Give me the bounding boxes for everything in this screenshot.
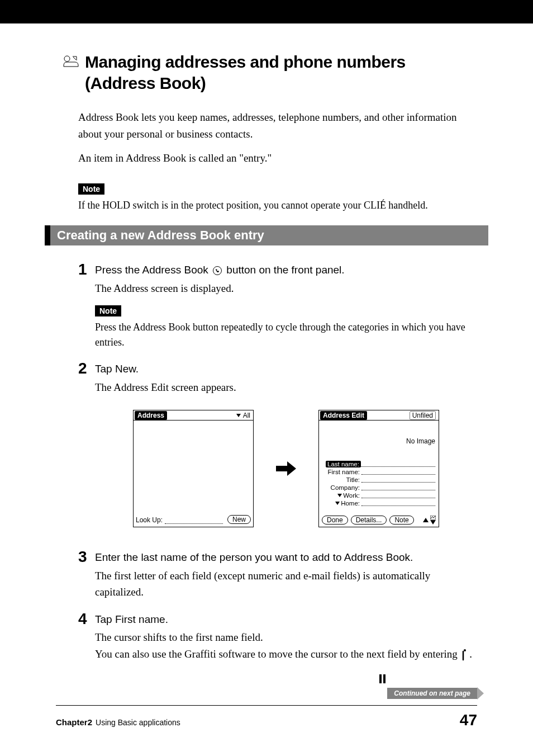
- done-button[interactable]: Done: [322, 516, 348, 525]
- work-input[interactable]: [361, 493, 435, 498]
- step-1-title-pre: Press the Address Book: [95, 264, 211, 276]
- step-1-note-label: Note: [95, 305, 121, 316]
- edit-category[interactable]: Unfiled: [410, 411, 436, 420]
- graffiti-next-field-icon: [460, 648, 470, 660]
- lookup-row: Look Up: New: [136, 515, 251, 524]
- arrow-right-icon: [276, 461, 296, 476]
- step-4: 4 Tap First name. The cursor shifts to t…: [78, 612, 477, 662]
- noimage-label: No Image: [406, 437, 435, 445]
- step-1-desc: The Address screen is displayed.: [95, 280, 477, 296]
- step-3-title: Enter the last name of the person you wa…: [95, 550, 477, 565]
- address-book-title-icon: [63, 53, 79, 67]
- footer-chapter: Chapter2: [56, 717, 92, 727]
- step-1-title: Press the Address Book button on the fro…: [95, 262, 477, 278]
- address-category[interactable]: All: [243, 412, 250, 419]
- intro-p2: An item in Address Book is called an "en…: [78, 150, 477, 167]
- firstname-input[interactable]: [361, 469, 435, 475]
- address-screen-title: Address: [135, 411, 167, 420]
- picture-icon[interactable]: [430, 516, 436, 519]
- note-text: If the HOLD switch is in the protect pos…: [78, 198, 477, 213]
- work-label[interactable]: Work:: [322, 492, 361, 499]
- lastname-label[interactable]: Last name:: [326, 461, 361, 467]
- step-num-1: 1: [78, 262, 95, 350]
- continued-arrow-icon: [477, 687, 484, 700]
- continued-bar2: [383, 674, 386, 683]
- page-footer: Chapter2 Using Basic applications 47: [56, 705, 477, 729]
- step-num-2: 2: [78, 361, 95, 538]
- address-edit-header: Address Edit Unfiled: [319, 410, 439, 420]
- address-screen-header: Address All: [134, 410, 253, 420]
- svg-point-2: [464, 649, 466, 651]
- lookup-label: Look Up:: [136, 516, 163, 524]
- section-heading: Creating a new Address Book entry: [45, 225, 488, 245]
- title-label[interactable]: Title:: [322, 476, 361, 483]
- company-input[interactable]: [361, 485, 435, 490]
- home-label[interactable]: Home:: [322, 500, 361, 507]
- details-button[interactable]: Details...: [351, 516, 387, 525]
- note-button[interactable]: Note: [389, 516, 413, 525]
- svg-point-0: [64, 56, 70, 62]
- step-4-desc2: You can also use the Graffiti software t…: [95, 646, 477, 662]
- company-label[interactable]: Company:: [322, 484, 361, 491]
- field-work: Work:: [322, 492, 435, 499]
- step-num-4: 4: [78, 611, 95, 662]
- title-input[interactable]: [361, 477, 435, 483]
- lastname-input[interactable]: [361, 461, 435, 467]
- step-1: 1 Press the Address Book button on the f…: [78, 262, 477, 350]
- address-book-hard-button-icon: [213, 266, 222, 275]
- step-4-title: Tap First name.: [95, 612, 477, 627]
- continued-bar1: [379, 674, 382, 683]
- field-firstname: First name:: [322, 469, 435, 475]
- note-label: Note: [78, 183, 104, 195]
- footer-chapter-title: Using Basic applications: [96, 718, 180, 727]
- screens-illustration: Address All Look Up: New: [95, 410, 477, 527]
- step-2: 2 Tap New. The Address Edit screen appea…: [78, 361, 477, 538]
- step-4-desc2-post: .: [469, 648, 472, 660]
- work-dropdown-icon[interactable]: [337, 494, 342, 497]
- step-2-desc: The Address Edit screen appears.: [95, 379, 477, 395]
- lookup-input[interactable]: [165, 518, 223, 524]
- address-edit-screen: Address Edit Unfiled No Image Last name:: [318, 410, 439, 527]
- firstname-label[interactable]: First name:: [322, 469, 361, 475]
- intro-p1: Address Book lets you keep names, addres…: [78, 109, 477, 143]
- step-2-title: Tap New.: [95, 361, 477, 377]
- field-home: Home:: [322, 500, 435, 507]
- continued-text: Continued on next page: [394, 689, 470, 697]
- step-3: 3 Enter the last name of the person you …: [78, 550, 477, 600]
- step-1-note-text: Press the Address Book button repeatedly…: [95, 320, 477, 350]
- new-button[interactable]: New: [227, 515, 251, 524]
- continued-label: Continued on next page: [387, 688, 477, 699]
- home-dropdown-icon[interactable]: [335, 502, 340, 505]
- footer-page-number: 47: [460, 711, 477, 729]
- step-3-desc: The first letter of each field (except n…: [95, 568, 477, 601]
- field-company: Company:: [322, 484, 435, 491]
- continued-wrap: Continued on next page: [56, 673, 477, 683]
- home-input[interactable]: [361, 500, 435, 506]
- title-text: Managing addresses and phone numbers (Ad…: [85, 53, 406, 92]
- step-1-title-post: button on the front panel.: [226, 264, 344, 276]
- step-4-desc1: The cursor shifts to the first name fiel…: [95, 629, 477, 645]
- address-edit-title: Address Edit: [320, 411, 367, 420]
- top-header-bar: [0, 0, 533, 23]
- step-num-3: 3: [78, 549, 95, 600]
- field-lastname: Last name:: [322, 461, 435, 467]
- step-4-desc2-pre: You can also use the Graffiti software t…: [95, 648, 460, 660]
- field-title: Title:: [322, 476, 435, 483]
- page-title: Managing addresses and phone numbers (Ad…: [56, 51, 477, 93]
- page-content: Managing addresses and phone numbers (Ad…: [0, 23, 533, 694]
- scroll-down-icon[interactable]: [430, 520, 436, 525]
- address-screen: Address All Look Up: New: [133, 410, 254, 527]
- category-dropdown-icon[interactable]: [236, 414, 241, 417]
- scroll-up-icon[interactable]: [423, 518, 429, 522]
